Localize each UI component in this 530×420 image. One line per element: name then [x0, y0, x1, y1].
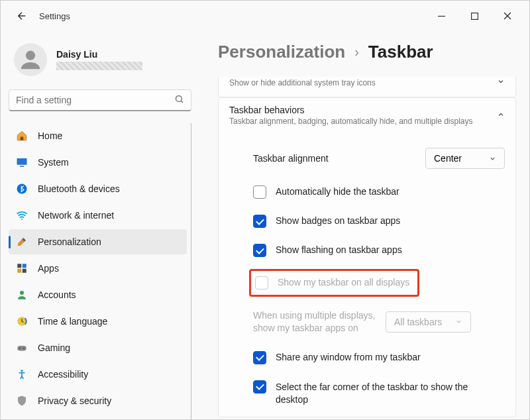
svg-point-22 — [21, 370, 23, 372]
brush-icon — [15, 235, 28, 248]
svg-point-11 — [21, 219, 23, 220]
nav-label: Gaming — [38, 342, 70, 353]
nav-accounts[interactable]: Accounts — [9, 282, 187, 307]
sidebar: Daisy Liu Home System Bluetooth & device… — [1, 31, 199, 419]
flashing-checkbox[interactable] — [253, 244, 266, 257]
main-content: Personalization › Taskbar Other system t… — [199, 31, 529, 419]
nav-personalization[interactable]: Personalization — [9, 229, 187, 254]
svg-rect-1 — [471, 13, 478, 19]
svg-rect-13 — [23, 264, 26, 268]
system-icon — [15, 156, 28, 169]
wifi-icon — [15, 209, 28, 222]
user-email-redacted — [56, 62, 142, 70]
svg-line-6 — [181, 101, 183, 103]
svg-point-5 — [176, 96, 182, 102]
svg-point-4 — [26, 51, 35, 60]
nav-apps[interactable]: Apps — [9, 256, 187, 281]
nav-home[interactable]: Home — [9, 123, 187, 148]
search-icon — [174, 94, 184, 106]
svg-point-16 — [20, 291, 24, 295]
chevron-up-icon — [497, 111, 505, 121]
multiple-displays-row: When using multiple displays, show my ta… — [253, 301, 505, 343]
svg-rect-12 — [17, 264, 21, 268]
search-box[interactable] — [9, 89, 191, 111]
checkbox-label: Share any window from my taskbar — [276, 351, 421, 362]
bluetooth-icon — [15, 182, 28, 195]
checkbox-label: Show my taskbar on all displays — [278, 276, 409, 288]
home-icon — [15, 129, 28, 142]
all-displays-checkbox — [255, 276, 268, 289]
nav-label: Home — [38, 131, 62, 141]
nav-accessibility[interactable]: Accessibility — [9, 362, 187, 387]
nav-label: System — [38, 157, 69, 168]
nav-label: Accounts — [38, 289, 76, 300]
chevron-down-icon — [455, 318, 462, 325]
breadcrumb-parent[interactable]: Personalization — [218, 42, 345, 62]
svg-point-20 — [19, 348, 21, 349]
chevron-right-icon: › — [354, 44, 359, 60]
breadcrumb-current: Taskbar — [368, 42, 433, 62]
svg-rect-19 — [17, 346, 26, 351]
nav-label: Personalization — [38, 236, 101, 247]
autohide-row: Automatically hide the taskbar — [253, 178, 505, 207]
share-window-checkbox[interactable] — [253, 351, 266, 364]
back-button[interactable] — [11, 5, 32, 26]
nav-network[interactable]: Network & internet — [9, 203, 187, 228]
minimize-button[interactable] — [431, 6, 451, 26]
nav-label: Network & internet — [38, 210, 114, 221]
autohide-checkbox[interactable] — [253, 185, 266, 199]
nav-label: Time & language — [38, 316, 107, 327]
titlebar: Settings — [1, 1, 529, 31]
card-subtitle: Taskbar alignment, badging, automaticall… — [229, 117, 497, 126]
user-profile[interactable]: Daisy Liu — [9, 36, 191, 89]
nav-label: Apps — [38, 263, 59, 274]
tray-icons-card[interactable]: Other system tray icons Show or hide add… — [218, 77, 516, 97]
taskbar-behaviors-card: Taskbar behaviors Taskbar alignment, bad… — [218, 97, 516, 417]
nav-privacy[interactable]: Privacy & security — [9, 388, 187, 413]
setting-label: Taskbar alignment — [253, 153, 425, 164]
breadcrumb: Personalization › Taskbar — [218, 31, 516, 77]
card-title: Taskbar behaviors — [229, 105, 497, 115]
accessibility-icon — [15, 368, 28, 381]
nav-bluetooth[interactable]: Bluetooth & devices — [9, 176, 187, 201]
alignment-row: Taskbar alignment Center — [253, 139, 505, 178]
privacy-icon — [15, 394, 28, 407]
nav-label: Accessibility — [38, 369, 88, 380]
svg-rect-7 — [21, 137, 24, 140]
window-controls — [431, 6, 524, 26]
apps-icon — [15, 262, 28, 275]
badges-checkbox[interactable] — [253, 215, 266, 228]
svg-rect-9 — [20, 166, 24, 167]
close-button[interactable] — [498, 6, 517, 26]
svg-rect-15 — [23, 269, 26, 273]
nav-system[interactable]: System — [9, 150, 187, 175]
maximize-button[interactable] — [464, 6, 484, 26]
user-name: Daisy Liu — [56, 49, 142, 60]
svg-point-10 — [17, 184, 27, 194]
card-subtitle: Show or hide additional system tray icon… — [229, 78, 497, 87]
svg-point-21 — [23, 348, 25, 349]
highlight-annotation: Show my taskbar on all displays — [249, 269, 419, 297]
badges-row: Show badges on taskbar apps — [253, 207, 505, 236]
window-title: Settings — [39, 11, 70, 21]
svg-rect-8 — [17, 158, 27, 165]
svg-rect-14 — [17, 269, 21, 273]
multiple-displays-dropdown: All taskbars — [386, 311, 471, 333]
checkbox-label: Select the far corner of the taskbar to … — [276, 380, 494, 406]
checkbox-label: Automatically hide the taskbar — [276, 185, 399, 197]
share-window-row: Share any window from my taskbar — [253, 343, 505, 372]
flashing-row: Show flashing on taskbar apps — [253, 236, 505, 265]
checkbox-label: Show flashing on taskbar apps — [276, 244, 402, 255]
search-input[interactable] — [16, 95, 174, 105]
chevron-down-icon — [489, 155, 496, 162]
time-icon — [15, 315, 28, 328]
alignment-dropdown[interactable]: Center — [425, 148, 505, 169]
gaming-icon — [15, 341, 28, 354]
far-corner-checkbox[interactable] — [253, 380, 266, 394]
card-header[interactable]: Taskbar behaviors Taskbar alignment, bad… — [219, 98, 515, 134]
nav-gaming[interactable]: Gaming — [9, 335, 187, 360]
chevron-down-icon — [497, 78, 505, 87]
nav-time[interactable]: Time & language — [9, 309, 187, 334]
avatar — [14, 43, 47, 76]
setting-label: When using multiple displays, show my ta… — [253, 309, 386, 335]
